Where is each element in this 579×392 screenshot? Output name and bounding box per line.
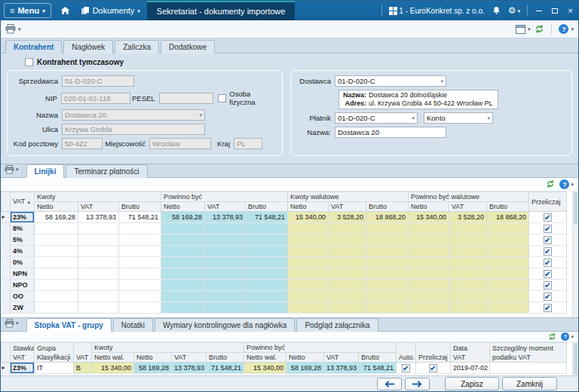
osoba-fizyczna-checkbox[interactable] <box>218 94 226 103</box>
amount-cell[interactable] <box>35 257 78 268</box>
amount-cell[interactable] <box>161 223 205 234</box>
footer-print-button[interactable]: ▾ <box>3 317 23 330</box>
amount-cell[interactable] <box>288 268 329 280</box>
amount-cell[interactable]: 58 169,28 <box>134 363 172 374</box>
footer-refresh-button[interactable] <box>548 330 556 344</box>
amount-cell[interactable] <box>119 291 161 302</box>
szczegolny-moment-cell[interactable] <box>490 363 567 374</box>
prev-record-button[interactable] <box>377 378 402 390</box>
amount-cell[interactable] <box>119 268 161 280</box>
przeliczaj-cell[interactable] <box>529 280 567 291</box>
przeliczaj-cell[interactable] <box>529 246 567 257</box>
amount-cell[interactable] <box>78 268 119 280</box>
amount-cell[interactable]: 71 548,21 <box>246 212 288 223</box>
amount-cell[interactable]: 3 528,20 <box>449 212 487 223</box>
form-tab[interactable]: Nagłówek <box>63 40 113 54</box>
col-header-brutto[interactable]: Brutto <box>119 202 161 212</box>
row-marker[interactable] <box>2 280 11 291</box>
row-marker[interactable] <box>2 291 11 302</box>
amount-cell[interactable] <box>366 268 409 280</box>
col-header-vat-sub[interactable]: VAT <box>329 202 366 212</box>
checkbox[interactable] <box>544 247 552 256</box>
maximize-button[interactable] <box>547 1 562 20</box>
checkbox[interactable] <box>544 304 552 312</box>
lines-tab[interactable]: Linijki <box>26 164 65 178</box>
amount-cell[interactable]: 15 340,00 <box>409 212 449 223</box>
vat-rate-cell[interactable]: 23% <box>11 212 35 223</box>
amount-cell[interactable] <box>205 246 246 257</box>
amount-cell[interactable]: 13 378,93 <box>172 363 207 374</box>
checkbox[interactable] <box>544 225 552 233</box>
vat-rate-cell[interactable]: 8% <box>11 223 35 234</box>
row-marker[interactable] <box>2 302 11 314</box>
amount-cell[interactable] <box>329 302 366 314</box>
checkbox[interactable] <box>544 292 552 301</box>
documents-button[interactable]: Dokumenty ▾ <box>75 1 146 20</box>
amount-cell[interactable] <box>449 234 487 246</box>
col-header-szczegolny-moment[interactable]: Szczególny momentpodatku VAT <box>490 343 567 363</box>
amount-cell[interactable] <box>288 223 329 234</box>
col-header-netto[interactable]: Netto <box>409 202 449 212</box>
miejscowosc-field[interactable]: Wrocław <box>149 138 211 149</box>
amount-cell[interactable] <box>246 223 288 234</box>
col-header-netto[interactable]: Netto <box>288 202 329 212</box>
konto-combo[interactable]: Konto▾ <box>424 112 493 124</box>
amount-cell[interactable]: 15 340,00 <box>288 212 329 223</box>
amount-cell[interactable] <box>161 302 205 314</box>
amount-cell[interactable] <box>366 234 409 246</box>
home-button[interactable] <box>55 1 75 20</box>
amount-cell[interactable]: 71 548,21 <box>119 212 161 223</box>
vertical-scrollbar[interactable] <box>572 191 578 317</box>
amount-cell[interactable] <box>161 291 205 302</box>
layout-button[interactable]: ▾ <box>516 25 531 34</box>
przeliczaj-cell[interactable] <box>529 212 567 223</box>
checkbox[interactable] <box>544 270 552 278</box>
sprzedawca-field[interactable]: 01-D-020-C <box>62 75 134 87</box>
company-selector[interactable]: 1 - EuroKonkret sp. z o.o. <box>385 1 488 20</box>
vat-rate-cell[interactable]: NPN <box>11 268 35 280</box>
amount-cell[interactable]: 13 378,93 <box>205 212 246 223</box>
amount-cell[interactable] <box>449 223 487 234</box>
col-header-vat-sub[interactable]: VAT <box>172 353 207 363</box>
amount-cell[interactable] <box>161 268 205 280</box>
amount-cell[interactable]: 58 169,28 <box>286 363 324 374</box>
col-header-stawka-vat[interactable]: StawkaVAT <box>11 343 35 363</box>
row-marker[interactable] <box>2 223 11 234</box>
amount-cell[interactable] <box>35 246 78 257</box>
next-record-button[interactable] <box>405 378 430 390</box>
amount-cell[interactable] <box>161 280 205 291</box>
amount-cell[interactable] <box>161 246 205 257</box>
footer-tab[interactable]: Podgląd załącznika <box>296 318 378 332</box>
amount-cell[interactable]: 13 378,93 <box>78 212 119 223</box>
amount-cell[interactable] <box>329 291 366 302</box>
przeliczaj-cell[interactable] <box>529 234 567 246</box>
amount-cell[interactable] <box>329 223 366 234</box>
col-header-brutto[interactable]: Brutto <box>366 202 409 212</box>
grupa-cell[interactable]: IT <box>35 363 74 374</box>
vat-rate-cell[interactable]: 5% <box>11 234 35 246</box>
amount-cell[interactable] <box>449 302 487 314</box>
col-header-vat-sub[interactable]: VAT <box>205 202 246 212</box>
col-header-vat-sub[interactable]: VAT <box>449 202 487 212</box>
window-close-button[interactable]: × <box>562 1 578 20</box>
amount-cell[interactable] <box>78 234 119 246</box>
checkbox[interactable] <box>429 364 437 372</box>
col-header-brutto[interactable]: Brutto <box>487 202 529 212</box>
col-header-data-vat[interactable]: DataVAT <box>451 343 490 363</box>
nazwa-field[interactable]: Dostawca 20▾ <box>62 109 205 121</box>
amount-cell[interactable] <box>205 302 246 314</box>
amount-cell[interactable] <box>487 291 529 302</box>
row-marker[interactable] <box>2 257 11 268</box>
amount-cell[interactable] <box>409 268 449 280</box>
col-header-przeliczaj[interactable]: Przeliczaj <box>416 343 451 363</box>
col-header-netto[interactable]: Netto <box>286 353 324 363</box>
print-button[interactable]: ▾ <box>5 24 21 34</box>
form-tab[interactable]: Zaliczka <box>115 40 159 54</box>
amount-cell[interactable] <box>366 302 409 314</box>
ulica-field[interactable]: Krzywa Grobla <box>62 124 205 135</box>
vat-rate-cell[interactable]: OO <box>11 291 35 302</box>
row-marker[interactable] <box>2 268 11 280</box>
checkbox[interactable] <box>402 364 410 372</box>
amount-cell[interactable] <box>409 291 449 302</box>
amount-cell[interactable] <box>409 223 449 234</box>
